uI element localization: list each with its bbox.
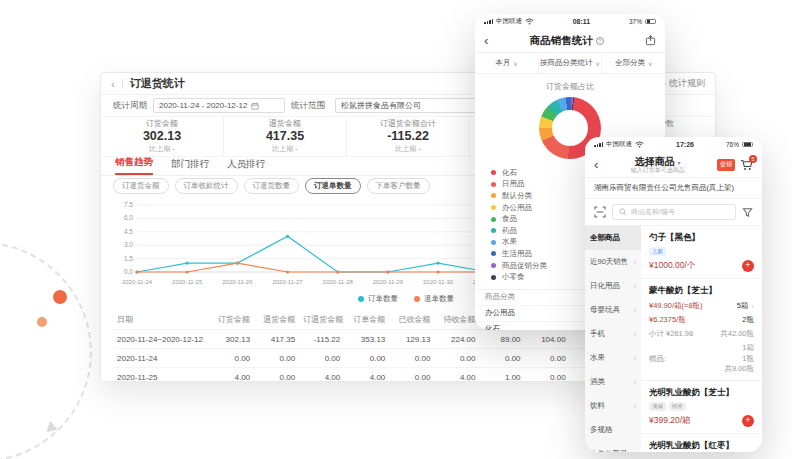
stage: ‹ 订退货统计 ⚙ 统计规则 统计周期 2020-11-24 - 2020-12… bbox=[0, 0, 792, 459]
calendar-icon bbox=[251, 102, 259, 110]
wifi-icon bbox=[525, 18, 534, 25]
card-label: 订货金额 bbox=[146, 119, 178, 129]
chevron-right-icon: › bbox=[634, 355, 636, 362]
legend-label: 化石 bbox=[502, 168, 517, 178]
table-header: 待收金额 bbox=[434, 310, 479, 330]
clock: 17:26 bbox=[644, 141, 726, 148]
svg-text:2020-11-26: 2020-11-26 bbox=[222, 279, 253, 285]
back-icon[interactable]: ‹ bbox=[111, 78, 115, 90]
decor-triangle bbox=[46, 421, 59, 436]
donut-title: 订货金额占比 bbox=[475, 81, 665, 92]
wifi-icon bbox=[635, 141, 644, 148]
battery-icon bbox=[645, 19, 656, 25]
search-input[interactable]: 商品名称/编号 bbox=[612, 204, 736, 220]
decor-orange-dot-small bbox=[37, 317, 47, 327]
legend-item: 退单数量 bbox=[414, 294, 454, 304]
sidebar-category[interactable]: 近90天销售› bbox=[585, 250, 641, 274]
sidebar-category[interactable]: 酒类› bbox=[585, 370, 641, 394]
title-box[interactable]: 选择商品 ▾ 输入订货单可选商品 bbox=[598, 156, 717, 174]
product-item[interactable]: 勺子【黑色】上新¥1000.00/个+ bbox=[641, 226, 762, 279]
filter-dropdown[interactable]: 本月 ∨ bbox=[475, 53, 539, 73]
legend-label: 日用品 bbox=[502, 179, 525, 189]
filter-dropdown[interactable]: 全部分类 ∨ bbox=[602, 53, 665, 73]
cart-count-badge: 5 bbox=[749, 155, 757, 163]
legend-dot bbox=[491, 275, 496, 280]
tab-销售趋势[interactable]: 销售趋势 bbox=[115, 156, 153, 175]
table-header: 订退货金额合计 bbox=[299, 310, 344, 330]
chevron-right-icon: › bbox=[634, 307, 636, 314]
product-item[interactable]: 光明乳业酸奶【芝士】满减特价¥399.20/箱+ bbox=[641, 381, 762, 434]
legend-dot bbox=[491, 170, 496, 175]
tab-人员排行[interactable]: 人员排行 bbox=[227, 158, 265, 175]
add-to-cart-button[interactable]: + bbox=[742, 415, 754, 427]
sidebar-category[interactable]: 全部商品 bbox=[585, 226, 641, 250]
summary-card: 订货金额 302.13 比上期- bbox=[101, 117, 224, 156]
product-name: 光明乳业酸奶【红枣】 bbox=[649, 440, 754, 452]
svg-text:2020-11-25: 2020-11-25 bbox=[172, 279, 203, 285]
product-price: 小计 ¥261.98 bbox=[649, 329, 693, 339]
decor-dashed-arc bbox=[0, 242, 92, 459]
cart-button[interactable]: 5 bbox=[740, 159, 753, 171]
legend-label: 办公用品 bbox=[502, 203, 532, 213]
sidebar-category[interactable]: 小单位商品 bbox=[585, 442, 641, 452]
sidebar-category[interactable]: 水果› bbox=[585, 346, 641, 370]
product-name: 光明乳业酸奶【芝士】 bbox=[649, 387, 754, 399]
nav-bar: ‹ 商品销售统计 ? bbox=[475, 29, 665, 53]
date-range-input[interactable]: 2020-11-24 - 2020-12-12 bbox=[153, 98, 285, 113]
sidebar-category[interactable]: 手机› bbox=[585, 322, 641, 346]
sidebar-category[interactable]: 多规格 bbox=[585, 418, 641, 442]
metric-pill[interactable]: 订退单数量 bbox=[305, 178, 361, 194]
card-compare: 比上期- bbox=[149, 145, 174, 154]
help-icon[interactable]: ? bbox=[596, 37, 604, 45]
product-tag: 满减 bbox=[649, 402, 666, 411]
share-icon[interactable] bbox=[645, 35, 656, 46]
svg-text:1.5: 1.5 bbox=[124, 255, 133, 262]
carrier-label: 中国联通 bbox=[606, 140, 632, 149]
table-header: 订单金额 bbox=[344, 310, 389, 330]
sidebar-category[interactable]: 母婴玩具› bbox=[585, 298, 641, 322]
legend-dot bbox=[491, 217, 496, 222]
metric-pill[interactable]: 下单客户数量 bbox=[367, 178, 430, 194]
svg-text:2020-11-29: 2020-11-29 bbox=[373, 279, 404, 285]
product-qty: 5箱 bbox=[737, 301, 749, 311]
battery-icon bbox=[742, 142, 753, 148]
status-bar: 中国联通 17:26 76% bbox=[585, 137, 762, 152]
card-value: -115.22 bbox=[387, 129, 429, 145]
chevron-right-icon: › bbox=[634, 379, 636, 386]
nav-subtitle: 输入订货单可选商品 bbox=[598, 167, 717, 174]
product-tag: 特价 bbox=[669, 402, 686, 411]
product-qty: 2瓶 bbox=[742, 315, 754, 325]
product-item[interactable]: 蒙牛酸奶【芝士】¥49.90/箱(=8瓶) 5箱 ›¥6.2375/瓶 2瓶 小… bbox=[641, 279, 762, 381]
battery-percent: 76% bbox=[726, 141, 739, 148]
header-divider bbox=[122, 79, 123, 89]
product-item[interactable]: 光明乳业酸奶【红枣】满减特价买赠 bbox=[641, 434, 762, 452]
summary-card: 订退货金额合计 -115.22 比上期- bbox=[347, 117, 470, 156]
card-compare: 比上期- bbox=[272, 145, 297, 154]
metric-pill[interactable]: 订退货金额 bbox=[113, 178, 169, 194]
card-value: 302.13 bbox=[143, 129, 181, 145]
status-bar: 中国联通 08:11 37% bbox=[475, 14, 665, 29]
tab-部门排行[interactable]: 部门排行 bbox=[171, 158, 209, 175]
sidebar-category[interactable]: 日化用品› bbox=[585, 274, 641, 298]
sidebar-category[interactable]: 饮料› bbox=[585, 394, 641, 418]
category-sidebar: 全部商品近90天销售›日化用品›母婴玩具›手机›水果›酒类›饮料›多规格小单位商… bbox=[585, 226, 641, 452]
scope-select[interactable]: 松鼠拼拼食品有限公司 ▾ bbox=[335, 98, 485, 113]
chevron-down-icon: ∨ bbox=[513, 60, 517, 67]
svg-text:2020-11-28: 2020-11-28 bbox=[323, 279, 354, 285]
product-tag: 上新 bbox=[649, 247, 666, 256]
add-to-cart-button[interactable]: + bbox=[742, 260, 754, 272]
product-price: 赠品: bbox=[649, 354, 666, 364]
table-header: 日期 bbox=[113, 310, 209, 330]
card-value: 417.35 bbox=[266, 129, 304, 145]
nav-bar: ‹ 选择商品 ▾ 输入订货单可选商品 促销 5 bbox=[585, 152, 762, 178]
carrier-label: 中国联通 bbox=[496, 17, 522, 26]
donut-hole bbox=[552, 110, 588, 146]
filter-dropdown[interactable]: 按商品分类统计 ∨ bbox=[539, 53, 603, 73]
legend-label: 生活用品 bbox=[502, 249, 532, 259]
filter-funnel-icon[interactable] bbox=[742, 207, 753, 218]
product-name: 蒙牛酸奶【芝士】 bbox=[649, 285, 754, 297]
metric-pill[interactable]: 订退货数量 bbox=[244, 178, 300, 194]
metric-pill[interactable]: 订单收款统计 bbox=[175, 178, 238, 194]
scan-icon[interactable] bbox=[594, 206, 606, 218]
promo-badge[interactable]: 促销 bbox=[717, 159, 735, 171]
